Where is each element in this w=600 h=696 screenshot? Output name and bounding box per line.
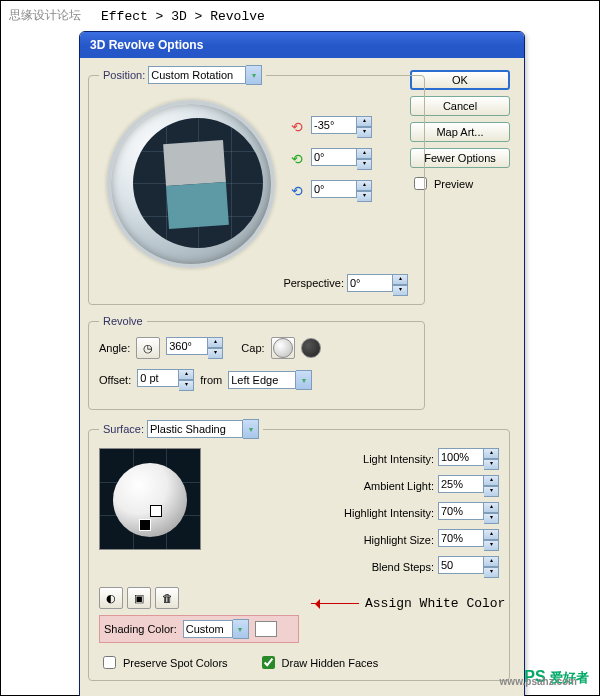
draw-hidden-label: Draw Hidden Faces bbox=[282, 657, 379, 669]
preserve-spot-checkbox[interactable] bbox=[103, 656, 116, 669]
stepper-down[interactable]: ▾ bbox=[357, 159, 372, 170]
angle-dial-icon[interactable]: ◷ bbox=[136, 337, 160, 359]
breadcrumb: Effect > 3D > Revolve bbox=[101, 9, 265, 24]
offset-label: Offset: bbox=[99, 374, 131, 386]
dropdown-arrow-icon[interactable]: ▾ bbox=[296, 370, 312, 390]
stepper-down[interactable]: ▾ bbox=[208, 348, 223, 359]
stepper-down[interactable]: ▾ bbox=[393, 285, 408, 296]
light-behind-handle[interactable] bbox=[139, 519, 151, 531]
highlight-intensity-label: Highlight Intensity: bbox=[344, 507, 434, 519]
annotation-text: Assign White Color bbox=[365, 596, 505, 611]
stepper-up[interactable]: ▴ bbox=[357, 148, 372, 159]
shading-color-swatch[interactable] bbox=[255, 621, 277, 637]
stepper-up[interactable]: ▴ bbox=[357, 180, 372, 191]
stepper-up[interactable]: ▴ bbox=[208, 337, 223, 348]
blend-steps-label: Blend Steps: bbox=[372, 561, 434, 573]
shading-color-label: Shading Color: bbox=[104, 623, 177, 635]
highlight-intensity-input[interactable] bbox=[438, 502, 484, 520]
rotation-trackball[interactable] bbox=[107, 100, 275, 268]
cap-off-button[interactable] bbox=[301, 338, 321, 358]
from-select[interactable] bbox=[228, 371, 296, 389]
draw-hidden-checkbox[interactable] bbox=[262, 656, 275, 669]
z-rotation-input[interactable] bbox=[311, 180, 357, 198]
cancel-button[interactable]: Cancel bbox=[410, 96, 510, 116]
light-intensity-input[interactable] bbox=[438, 448, 484, 466]
offset-input[interactable] bbox=[137, 369, 179, 387]
shading-color-row: Shading Color: ▾ bbox=[99, 615, 299, 643]
stepper-up[interactable]: ▴ bbox=[357, 116, 372, 127]
ok-button[interactable]: OK bbox=[410, 70, 510, 90]
from-label: from bbox=[200, 374, 222, 386]
dialog-title: 3D Revolve Options bbox=[80, 32, 524, 58]
stepper-down[interactable]: ▾ bbox=[357, 127, 372, 138]
dropdown-arrow-icon[interactable]: ▾ bbox=[233, 619, 249, 639]
angle-label: Angle: bbox=[99, 342, 130, 354]
ambient-light-label: Ambient Light: bbox=[364, 480, 434, 492]
z-axis-icon: ⟲ bbox=[289, 183, 305, 199]
annotation-arrow: Assign White Color bbox=[311, 596, 505, 611]
watermark-logo: PS 爱好者 www.psahz.com bbox=[524, 668, 589, 687]
revolve-legend: Revolve bbox=[99, 315, 147, 327]
preserve-spot-label: Preserve Spot Colors bbox=[123, 657, 228, 669]
dropdown-arrow-icon[interactable]: ▾ bbox=[246, 65, 262, 85]
stepper-up[interactable]: ▴ bbox=[393, 274, 408, 285]
position-legend: Position bbox=[103, 69, 142, 81]
new-light-button[interactable]: ▣ bbox=[127, 587, 151, 609]
stepper-down[interactable]: ▾ bbox=[357, 191, 372, 202]
cap-on-button[interactable] bbox=[271, 337, 295, 359]
watermark-url: www.psahz.com bbox=[500, 676, 577, 687]
y-axis-icon: ⟲ bbox=[289, 151, 305, 167]
light-preview[interactable] bbox=[99, 448, 201, 550]
preview-label: Preview bbox=[434, 178, 473, 190]
highlight-size-label: Highlight Size: bbox=[364, 534, 434, 546]
watermark-left: 思缘设计论坛 bbox=[9, 7, 81, 24]
angle-input[interactable] bbox=[166, 337, 208, 355]
delete-light-button[interactable]: 🗑 bbox=[155, 587, 179, 609]
ambient-light-input[interactable] bbox=[438, 475, 484, 493]
revolve-group: Revolve Angle: ◷ ▴▾ Cap: Offset: ▴▾ from… bbox=[88, 315, 425, 410]
dropdown-arrow-icon[interactable]: ▾ bbox=[243, 419, 259, 439]
light-intensity-label: Light Intensity: bbox=[363, 453, 434, 465]
highlight-size-input[interactable] bbox=[438, 529, 484, 547]
light-handle[interactable] bbox=[150, 505, 162, 517]
light-behind-button[interactable]: ◐ bbox=[99, 587, 123, 609]
stepper-down[interactable]: ▾ bbox=[179, 380, 194, 391]
position-mode-select[interactable] bbox=[148, 66, 246, 84]
x-axis-icon: ⟲ bbox=[289, 119, 305, 135]
perspective-label: Perspective: bbox=[283, 277, 344, 289]
surface-legend: Surface: bbox=[103, 423, 144, 435]
map-art-button[interactable]: Map Art... bbox=[410, 122, 510, 142]
position-group: Position: ▾ bbox=[88, 66, 425, 305]
blend-steps-input[interactable] bbox=[438, 556, 484, 574]
shading-color-select[interactable] bbox=[183, 620, 233, 638]
stepper-up[interactable]: ▴ bbox=[179, 369, 194, 380]
y-rotation-input[interactable] bbox=[311, 148, 357, 166]
surface-group: Surface: ▾ Light Intensity:▴▾ Ambient Li… bbox=[88, 420, 510, 681]
cap-label: Cap: bbox=[241, 342, 264, 354]
fewer-options-button[interactable]: Fewer Options bbox=[410, 148, 510, 168]
perspective-input[interactable] bbox=[347, 274, 393, 292]
surface-mode-select[interactable] bbox=[147, 420, 243, 438]
x-rotation-input[interactable] bbox=[311, 116, 357, 134]
